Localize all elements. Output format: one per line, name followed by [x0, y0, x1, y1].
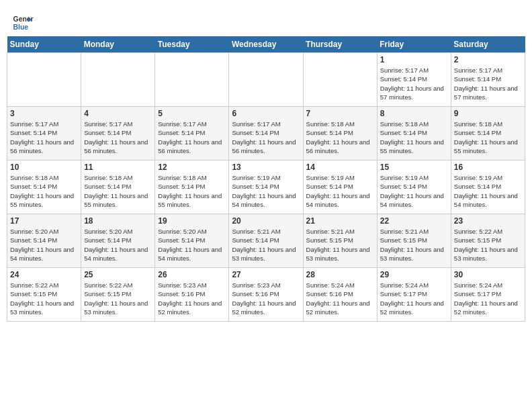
day-info: Sunrise: 5:17 AMSunset: 5:14 PMDaylight:… — [158, 120, 226, 155]
calendar-cell: 20 Sunrise: 5:21 AMSunset: 5:14 PMDaylig… — [229, 214, 303, 268]
day-info: Sunrise: 5:21 AMSunset: 5:15 PMDaylight:… — [306, 227, 374, 263]
day-number: 28 — [306, 270, 374, 279]
logo: General Blue — [12, 12, 34, 34]
day-number: 2 — [454, 55, 522, 64]
calendar-cell: 27 Sunrise: 5:23 AMSunset: 5:16 PMDaylig… — [229, 268, 303, 322]
day-number: 16 — [454, 163, 522, 172]
weekday-header: Thursday — [303, 36, 377, 53]
day-info: Sunrise: 5:18 AMSunset: 5:14 PMDaylight:… — [158, 173, 226, 209]
calendar-cell: 10 Sunrise: 5:18 AMSunset: 5:14 PMDaylig… — [7, 161, 81, 214]
day-number: 6 — [232, 109, 300, 118]
day-info: Sunrise: 5:24 AMSunset: 5:17 PMDaylight:… — [454, 281, 522, 316]
day-info: Sunrise: 5:17 AMSunset: 5:14 PMDaylight:… — [232, 120, 300, 155]
day-info: Sunrise: 5:17 AMSunset: 5:14 PMDaylight:… — [454, 66, 522, 101]
weekday-header: Wednesday — [229, 36, 303, 53]
calendar-cell — [229, 53, 303, 107]
calendar-cell: 17 Sunrise: 5:20 AMSunset: 5:14 PMDaylig… — [7, 214, 81, 268]
day-info: Sunrise: 5:18 AMSunset: 5:14 PMDaylight:… — [454, 120, 522, 155]
calendar-cell: 30 Sunrise: 5:24 AMSunset: 5:17 PMDaylig… — [451, 268, 525, 322]
calendar-cell: 5 Sunrise: 5:17 AMSunset: 5:14 PMDayligh… — [155, 107, 229, 161]
day-number: 25 — [84, 270, 152, 279]
calendar-cell: 6 Sunrise: 5:17 AMSunset: 5:14 PMDayligh… — [229, 107, 303, 161]
logo-icon: General Blue — [12, 12, 34, 34]
calendar-cell: 12 Sunrise: 5:18 AMSunset: 5:14 PMDaylig… — [155, 161, 229, 214]
day-info: Sunrise: 5:23 AMSunset: 5:16 PMDaylight:… — [232, 281, 300, 316]
calendar-cell: 13 Sunrise: 5:19 AMSunset: 5:14 PMDaylig… — [229, 161, 303, 214]
calendar-cell: 26 Sunrise: 5:23 AMSunset: 5:16 PMDaylig… — [155, 268, 229, 322]
calendar-cell: 4 Sunrise: 5:17 AMSunset: 5:14 PMDayligh… — [81, 107, 155, 161]
day-number: 18 — [84, 216, 152, 226]
weekday-header: Saturday — [451, 36, 525, 53]
calendar-cell — [81, 53, 155, 107]
day-number: 21 — [306, 216, 374, 226]
calendar-cell: 19 Sunrise: 5:20 AMSunset: 5:14 PMDaylig… — [155, 214, 229, 268]
day-number: 8 — [380, 109, 448, 118]
calendar-cell: 7 Sunrise: 5:18 AMSunset: 5:14 PMDayligh… — [303, 107, 377, 161]
day-number: 11 — [84, 163, 152, 172]
calendar-cell: 11 Sunrise: 5:18 AMSunset: 5:14 PMDaylig… — [81, 161, 155, 214]
day-number: 9 — [454, 109, 522, 118]
day-number: 7 — [306, 109, 374, 118]
day-number: 29 — [380, 270, 448, 279]
calendar-cell: 16 Sunrise: 5:19 AMSunset: 5:14 PMDaylig… — [451, 161, 525, 214]
day-info: Sunrise: 5:18 AMSunset: 5:14 PMDaylight:… — [84, 173, 152, 209]
day-number: 23 — [454, 216, 522, 226]
weekday-header: Tuesday — [155, 36, 229, 53]
day-info: Sunrise: 5:19 AMSunset: 5:14 PMDaylight:… — [232, 173, 300, 209]
day-info: Sunrise: 5:20 AMSunset: 5:14 PMDaylight:… — [84, 227, 152, 263]
day-number: 3 — [10, 109, 78, 118]
day-number: 30 — [454, 270, 522, 279]
day-number: 12 — [158, 163, 226, 172]
day-info: Sunrise: 5:18 AMSunset: 5:14 PMDaylight:… — [306, 120, 374, 155]
day-info: Sunrise: 5:18 AMSunset: 5:14 PMDaylight:… — [380, 120, 448, 155]
day-number: 5 — [158, 109, 226, 118]
day-number: 24 — [10, 270, 78, 279]
day-info: Sunrise: 5:19 AMSunset: 5:14 PMDaylight:… — [454, 173, 522, 209]
day-number: 19 — [158, 216, 226, 226]
day-number: 26 — [158, 270, 226, 279]
day-info: Sunrise: 5:24 AMSunset: 5:17 PMDaylight:… — [380, 281, 448, 316]
svg-text:Blue: Blue — [13, 24, 29, 31]
day-info: Sunrise: 5:22 AMSunset: 5:15 PMDaylight:… — [454, 227, 522, 263]
day-info: Sunrise: 5:22 AMSunset: 5:15 PMDaylight:… — [84, 281, 152, 316]
calendar-cell: 14 Sunrise: 5:19 AMSunset: 5:14 PMDaylig… — [303, 161, 377, 214]
day-info: Sunrise: 5:17 AMSunset: 5:14 PMDaylight:… — [84, 120, 152, 155]
calendar-cell: 15 Sunrise: 5:19 AMSunset: 5:14 PMDaylig… — [377, 161, 451, 214]
calendar-cell: 21 Sunrise: 5:21 AMSunset: 5:15 PMDaylig… — [303, 214, 377, 268]
calendar-cell: 22 Sunrise: 5:21 AMSunset: 5:15 PMDaylig… — [377, 214, 451, 268]
weekday-header: Sunday — [7, 36, 81, 53]
day-number: 15 — [380, 163, 448, 172]
calendar-cell: 28 Sunrise: 5:24 AMSunset: 5:16 PMDaylig… — [303, 268, 377, 322]
calendar-table: SundayMondayTuesdayWednesdayThursdayFrid… — [7, 36, 525, 322]
calendar-cell: 24 Sunrise: 5:22 AMSunset: 5:15 PMDaylig… — [7, 268, 81, 322]
day-info: Sunrise: 5:21 AMSunset: 5:14 PMDaylight:… — [232, 227, 300, 263]
day-info: Sunrise: 5:21 AMSunset: 5:15 PMDaylight:… — [380, 227, 448, 263]
day-number: 22 — [380, 216, 448, 226]
day-number: 1 — [380, 55, 448, 64]
calendar-cell: 23 Sunrise: 5:22 AMSunset: 5:15 PMDaylig… — [451, 214, 525, 268]
calendar-cell — [155, 53, 229, 107]
calendar-cell: 29 Sunrise: 5:24 AMSunset: 5:17 PMDaylig… — [377, 268, 451, 322]
day-number: 20 — [232, 216, 300, 226]
calendar-cell: 18 Sunrise: 5:20 AMSunset: 5:14 PMDaylig… — [81, 214, 155, 268]
day-info: Sunrise: 5:22 AMSunset: 5:15 PMDaylight:… — [10, 281, 78, 316]
weekday-header: Friday — [377, 36, 451, 53]
day-info: Sunrise: 5:17 AMSunset: 5:14 PMDaylight:… — [380, 66, 448, 101]
day-info: Sunrise: 5:17 AMSunset: 5:14 PMDaylight:… — [10, 120, 78, 155]
calendar-cell: 3 Sunrise: 5:17 AMSunset: 5:14 PMDayligh… — [7, 107, 81, 161]
day-info: Sunrise: 5:20 AMSunset: 5:14 PMDaylight:… — [158, 227, 226, 263]
day-info: Sunrise: 5:18 AMSunset: 5:14 PMDaylight:… — [10, 173, 78, 209]
calendar-cell — [303, 53, 377, 107]
calendar-cell: 2 Sunrise: 5:17 AMSunset: 5:14 PMDayligh… — [451, 53, 525, 107]
day-info: Sunrise: 5:20 AMSunset: 5:14 PMDaylight:… — [10, 227, 78, 263]
page-header: General Blue — [7, 7, 525, 34]
calendar-cell: 8 Sunrise: 5:18 AMSunset: 5:14 PMDayligh… — [377, 107, 451, 161]
calendar-cell — [7, 53, 81, 107]
day-number: 13 — [232, 163, 300, 172]
day-number: 10 — [10, 163, 78, 172]
day-number: 14 — [306, 163, 374, 172]
day-info: Sunrise: 5:23 AMSunset: 5:16 PMDaylight:… — [158, 281, 226, 316]
day-number: 17 — [10, 216, 78, 226]
day-number: 4 — [84, 109, 152, 118]
day-info: Sunrise: 5:19 AMSunset: 5:14 PMDaylight:… — [306, 173, 374, 209]
